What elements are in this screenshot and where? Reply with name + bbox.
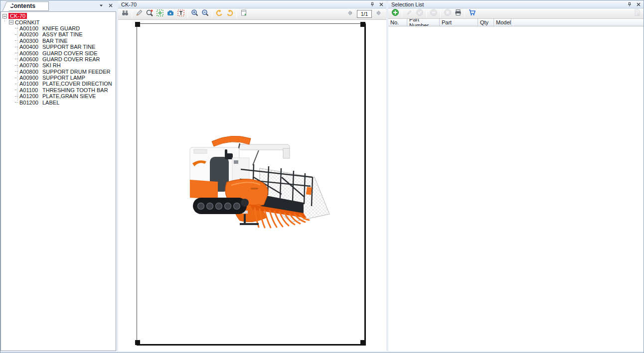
remove-part-button: [428, 9, 439, 18]
drawing-canvas[interactable]: [118, 20, 386, 351]
contents-tree: CK-70 CORNKIT A00100 KNIFE GUARD A00200 …: [0, 11, 116, 351]
page-navigation: 1/1: [346, 10, 385, 18]
tree-item[interactable]: A01000 PLATE,COVER DIRECTION: [1, 81, 116, 87]
order-cart-icon: [468, 8, 476, 18]
tree-item-name: LABEL: [42, 100, 59, 106]
tree-item-code: A01000: [19, 81, 42, 87]
apply-part-button: [414, 9, 425, 18]
column-header-part[interactable]: Part: [440, 19, 478, 26]
export-image-button[interactable]: [238, 9, 249, 19]
diagram-page[interactable]: [137, 23, 366, 346]
selection-title: Selection List: [391, 1, 626, 7]
pan-tool-button[interactable]: [134, 9, 144, 19]
add-part-icon: [391, 8, 399, 18]
zoom-out-button[interactable]: [200, 9, 210, 19]
tree-item[interactable]: A00700 SKI RH: [1, 62, 116, 68]
arrow-left-icon: [347, 9, 354, 18]
column-header-part-number[interactable]: Part Number: [407, 19, 440, 26]
tree-connector-line: [4, 18, 5, 23]
snapshot-button[interactable]: [165, 9, 175, 19]
application-window: Contents CK-70 CORNKIT: [0, 0, 644, 353]
page-indicator-input[interactable]: 1/1: [357, 10, 372, 18]
close-icon[interactable]: [635, 1, 642, 7]
tree-item[interactable]: A00800 SUPPORT DRUM FEEDER: [1, 69, 116, 75]
tree-item-code: B01200: [19, 100, 42, 106]
next-page-button[interactable]: [374, 10, 383, 18]
arrow-right-icon: [375, 9, 382, 18]
tree-item[interactable]: A00200 ASSY BAT TINE: [1, 31, 116, 37]
tree-connector-line: [17, 25, 18, 102]
fit-page-button[interactable]: [155, 9, 165, 19]
toolbar-separator: [426, 10, 427, 17]
pin-icon[interactable]: [369, 1, 375, 7]
column-header-model[interactable]: Model: [494, 19, 511, 26]
tree-item-name: PLATE,GRAIN SIEVE: [42, 93, 96, 99]
toolbar-separator: [212, 10, 212, 18]
collapse-icon[interactable]: [9, 20, 13, 24]
contents-panel: Contents CK-70 CORNKIT: [0, 0, 116, 351]
tree-item-name: PLATE,COVER DIRECTION: [42, 81, 112, 87]
tree-item-code: A00200: [19, 31, 42, 37]
tree-item-list: A00100 KNIFE GUARD A00200 ASSY BAT TINE …: [1, 25, 116, 106]
tree-item-code: A00300: [19, 38, 42, 44]
order-cart-button[interactable]: [467, 9, 477, 18]
zoom-area-icon: [146, 9, 154, 19]
tree-item-code: A00900: [19, 75, 42, 81]
contents-close-button[interactable]: [107, 2, 114, 9]
pan-tool-icon: [135, 9, 143, 19]
tree-item-name: BAR TINE: [42, 38, 68, 44]
tree-item-name: SUPPORT BAR TINE: [42, 44, 95, 50]
tree-item-code: A00100: [19, 25, 42, 31]
page-corner-marker: [135, 340, 140, 345]
tree-item-name: SKI RH: [42, 62, 61, 68]
zoom-area-button[interactable]: [144, 9, 155, 19]
tree-item[interactable]: A01100 THRESHING TOOTH BAR: [1, 87, 116, 93]
selection-list-panel: Selection List No.Part NumberPartQtyMode…: [388, 0, 644, 351]
tree-item-name: GUARD COVER REAR: [42, 56, 100, 62]
close-icon: [108, 1, 114, 10]
add-part-button[interactable]: [390, 9, 400, 18]
export-image-icon: [240, 9, 248, 19]
tree-item[interactable]: A00600 GUARD COVER REAR: [1, 56, 116, 62]
page-corner-marker: [360, 22, 365, 27]
tree-item-code: A00400: [19, 44, 42, 50]
tab-contents[interactable]: Contents: [7, 1, 49, 11]
zoom-in-icon: [191, 9, 199, 19]
tree-item-code: A00800: [19, 69, 42, 75]
previous-page-button[interactable]: [346, 10, 355, 18]
rotate-right-button[interactable]: [224, 9, 235, 19]
tree-item-code: A00500: [19, 50, 42, 56]
rotate-left-button[interactable]: [214, 9, 224, 19]
zoom-in-button[interactable]: [189, 9, 200, 19]
tree-item[interactable]: A00900 SUPPORT LAMP: [1, 75, 116, 81]
collapse-icon[interactable]: [2, 14, 7, 18]
tree-item[interactable]: A00500 GUARD COVER SIDE: [1, 50, 116, 56]
tree-item-name: KNIFE GUARD: [42, 25, 80, 31]
tree-item[interactable]: B01200 LABEL: [1, 99, 116, 105]
tree-node-root[interactable]: CK-70: [1, 13, 116, 19]
tree-item-code: A01200: [19, 93, 42, 99]
tree-item[interactable]: A00300 BAR TINE: [1, 38, 116, 44]
text-select-button[interactable]: [175, 9, 186, 19]
contents-menu-button[interactable]: [97, 2, 105, 9]
tree-item-code: A00700: [19, 62, 42, 68]
tree-item[interactable]: A01200 PLATE,GRAIN SIEVE: [1, 93, 116, 99]
export-list-icon: [633, 8, 641, 18]
tree-node-group[interactable]: CORNKIT: [1, 19, 116, 25]
print-list-button[interactable]: [453, 9, 463, 18]
tree-item[interactable]: A00400 SUPPORT BAR TINE: [1, 44, 116, 50]
pin-icon[interactable]: [626, 1, 633, 7]
selection-table-header: No.Part NumberPartQtyModel: [388, 19, 644, 26]
search-parts-icon: [121, 9, 129, 19]
selection-table-body[interactable]: [388, 26, 644, 351]
close-icon[interactable]: [378, 1, 384, 7]
column-header-qty[interactable]: Qty: [478, 19, 494, 26]
tree-item[interactable]: A00100 KNIFE GUARD: [1, 25, 116, 31]
column-header-no[interactable]: No.: [388, 19, 407, 26]
print-list-icon: [454, 8, 462, 18]
tree-item-name: ASSY BAT TINE: [42, 31, 83, 37]
page-corner-marker: [135, 22, 140, 27]
search-parts-button[interactable]: [120, 9, 130, 19]
viewer-title: CK-70: [121, 1, 369, 7]
tree-item-code: A00600: [19, 56, 42, 62]
